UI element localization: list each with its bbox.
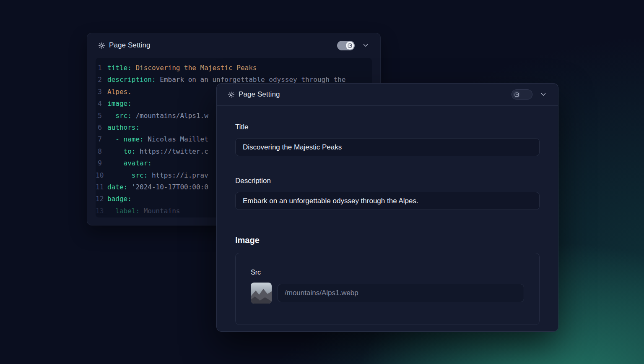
editor-view-toggle[interactable] — [512, 89, 532, 100]
line-number: 11 — [96, 181, 107, 193]
code-text: Alpes. — [107, 86, 132, 98]
code-text: image: — [107, 98, 132, 110]
line-number: 1 — [96, 62, 107, 74]
toggle-knob — [513, 91, 520, 98]
line-number: 6 — [96, 122, 107, 134]
src-input[interactable] — [278, 284, 524, 302]
image-section-heading: Image — [235, 236, 540, 245]
header-actions — [337, 41, 369, 50]
line-number: 5 — [96, 110, 107, 122]
code-text: date: '2024-10-17T00:00:0 — [107, 181, 208, 193]
toggle-knob — [346, 42, 354, 50]
chevron-down-icon[interactable] — [540, 91, 547, 98]
description-label: Description — [235, 177, 540, 185]
chevron-down-icon[interactable] — [362, 42, 369, 49]
image-card: Src — [235, 253, 540, 325]
panel-title: Page Setting — [239, 90, 280, 99]
line-number: 13 — [96, 205, 107, 217]
code-text: src: https://i.prav — [107, 170, 208, 181]
code-text: src: /mountains/Alps1.w — [107, 110, 208, 122]
title-label: Title — [235, 123, 540, 131]
line-number: 10 — [96, 170, 107, 181]
code-text: authors: — [107, 122, 140, 134]
code-panel-header: Page Setting — [87, 33, 380, 58]
form-panel-header: Page Setting — [217, 84, 558, 106]
image-thumbnail — [251, 283, 272, 304]
description-input[interactable] — [235, 192, 540, 210]
line-number: 7 — [96, 134, 107, 145]
editor-view-toggle[interactable] — [337, 41, 355, 50]
line-number: 9 — [96, 157, 107, 169]
code-text: avatar: — [107, 157, 152, 169]
line-number: 2 — [96, 74, 107, 86]
code-text: title: Discovering the Majestic Peaks — [107, 62, 257, 74]
panel-title: Page Setting — [109, 41, 151, 50]
gear-icon — [98, 42, 105, 49]
line-number: 12 — [96, 193, 107, 205]
src-row — [251, 283, 524, 304]
line-number: 3 — [96, 86, 107, 98]
code-text: to: https://twitter.c — [107, 146, 208, 157]
gear-icon — [228, 91, 235, 98]
code-text: - name: Nicolas Maillet — [107, 134, 208, 145]
code-text: label: Mountains — [107, 205, 180, 217]
editor-toggle-icon — [348, 43, 352, 48]
editor-toggle-icon — [514, 92, 519, 97]
line-number: 4 — [96, 98, 107, 110]
src-label: Src — [251, 269, 524, 276]
code-text: badge: — [107, 193, 132, 205]
header-actions — [512, 89, 547, 100]
title-input[interactable] — [235, 138, 540, 156]
line-number: 8 — [96, 146, 107, 157]
page-setting-form-panel: Page Setting — [216, 83, 558, 332]
desktop-background: Page Setting 1titl — [0, 0, 644, 364]
page-setting-form: Title Description Image Src — [217, 123, 558, 325]
code-line: 1title: Discovering the Majestic Peaks — [96, 62, 372, 74]
